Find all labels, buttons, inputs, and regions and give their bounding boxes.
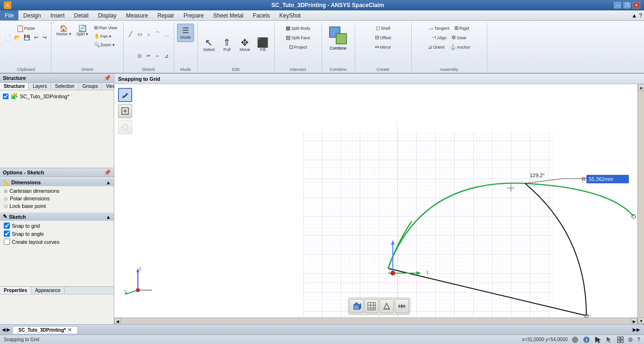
sketch-pt-button[interactable]: · [127,52,135,60]
sketch-section-header[interactable]: ✎ Sketch ▲ [0,213,114,221]
vp-tool-3[interactable] [118,120,132,134]
restore-button[interactable]: ❐ [623,2,631,9]
cursor-mode-icon[interactable] [594,336,602,344]
menu-repair[interactable]: Repair [153,10,178,20]
scroll-up-button[interactable]: ▲ [638,84,644,91]
menu-prepare[interactable]: Prepare [179,10,209,20]
status-help-icon[interactable]: ? [637,336,640,343]
snap-to-grid-checkbox[interactable] [4,223,10,229]
tab-add-icon[interactable]: ▶▶ [633,327,640,332]
mirror-button[interactable]: ⇔ Mirror [373,43,393,52]
save-button[interactable]: 💾 [23,34,31,42]
tab-appearance[interactable]: Appearance [31,287,65,294]
menu-measure[interactable]: Measure [121,10,153,20]
menu-file[interactable]: File [0,10,18,20]
sketch-more-button[interactable]: … [162,31,171,38]
help-icon[interactable]: ? [639,12,642,19]
redo-button[interactable]: ↪ [41,34,48,42]
zoom-button[interactable]: 🔍 Zoom ▾ [92,41,120,49]
sketch-arc-button[interactable]: ⌒ [153,30,162,39]
anchor-button[interactable]: ⚓ Anchor [448,43,473,52]
combine-button[interactable]: Combine [325,24,351,52]
menu-facets[interactable]: Facets [248,10,275,20]
tab-selection[interactable]: Selection [51,83,78,90]
measure-button[interactable] [395,299,409,313]
menu-detail[interactable]: Detail [69,10,93,20]
sketch-trim-button[interactable]: ✂ [144,52,153,60]
orient-asm-button[interactable]: ⊿ Orient [426,43,447,52]
offset-button[interactable]: ⊟ Offset [373,33,393,42]
split-body-button[interactable]: ▦ Split Body [284,24,313,33]
cross-section-button[interactable] [380,299,394,313]
menu-keyshot[interactable]: KeyShot [275,10,305,20]
pointer-icon[interactable] [605,336,613,344]
sketch-extend-button[interactable]: ↔ [153,52,162,60]
open-file-button[interactable]: 📂 [13,34,22,42]
tab-close-button[interactable]: ✕ [68,327,72,333]
tab-structure[interactable]: Structure [0,83,29,90]
gear-button[interactable]: ⚙ Gear [449,33,468,42]
tab-layers[interactable]: Layers [29,83,51,90]
create-layout-checkbox[interactable] [4,239,10,245]
move-button[interactable]: ✥ Move [237,36,254,53]
select-button[interactable]: ↖ Select [201,36,218,53]
ribbon-expand-icon[interactable]: ▲ [631,12,637,19]
tangent-button[interactable]: ⌓ Tangent [427,24,451,33]
sketch-circle-button[interactable]: ○ [144,31,153,38]
scroll-left-button[interactable]: ◀ [114,318,121,324]
snap-to-angle-item[interactable]: Snap to angle [2,230,112,238]
close-button[interactable]: ✕ [633,2,640,9]
fill-button[interactable]: ⬛ Fill [254,36,271,53]
undo-button[interactable]: ↩ [32,34,40,42]
pan-button[interactable]: ✋ Pan ▾ [92,32,120,40]
tab-nav-left-icon[interactable]: ◀ [2,327,6,332]
vertical-scrollbar[interactable]: ▲ ▼ [637,84,644,324]
pull-button[interactable]: ⇑ Pull [219,36,236,53]
tree-checkbox-root[interactable] [3,94,8,99]
project-button[interactable]: ⊡ Project [287,43,309,52]
tab-properties[interactable]: Properties [0,287,31,294]
new-file-button[interactable]: 📄 [4,34,12,42]
tab-nav-right-icon[interactable]: ▶ [7,327,10,332]
align-button[interactable]: ⊣ Align [430,33,449,42]
vp-tool-1[interactable] [118,88,132,102]
status-gear-icon[interactable]: ⚙ [628,336,633,343]
sketch-d2-button[interactable]: ⊿ [162,52,171,60]
scroll-right-button[interactable]: ▶ [631,318,637,324]
info-icon[interactable]: i [583,336,590,344]
mode-active-button[interactable]: ☰ Mode [177,24,195,42]
horizontal-scrollbar[interactable]: ◀ ▶ [114,318,637,324]
menu-sheetmetal[interactable]: Sheet Metal [209,10,248,20]
polar-dim-item[interactable]: ◎ Polar dimensions [2,195,112,202]
plan-view-button[interactable]: ⊞ Plan View [92,24,120,32]
snap-to-angle-checkbox[interactable] [4,231,10,237]
menu-display[interactable]: Display [93,10,121,20]
sketch-offset-button[interactable]: ⊙ [136,52,144,60]
sketch-rect-button[interactable]: ▭ [136,30,144,38]
dimensions-section-header[interactable]: 📐 Dimensions ▲ [0,178,114,186]
create-layout-item[interactable]: Create layout curves [2,238,112,246]
grid-display-button[interactable] [364,299,379,313]
options-pin-icon[interactable]: 📌 [104,169,111,176]
cartesian-dim-item[interactable]: ⊞ Cartesian dimensions [2,187,112,195]
shell-button[interactable]: ◻ Shell [374,24,392,33]
lock-base-item[interactable]: ⊡ Lock base point [2,202,112,210]
vp-tool-2[interactable] [118,104,132,118]
paste-button[interactable]: 📋 Paste [14,24,38,33]
tab-sc-tuto[interactable]: SC_Tuto_3DPrinting* ✕ [12,326,78,334]
rigid-button[interactable]: ⊞ Rigid [452,24,471,33]
minimize-button[interactable]: ─ [614,2,621,9]
tab-groups[interactable]: Groups [79,83,102,90]
tree-item-root[interactable]: 🧩 SC_Tuto_3DPrinting* [2,92,112,100]
view-cube-button[interactable] [349,299,364,313]
fit-view-icon[interactable] [617,336,624,344]
spin-button[interactable]: 🔄 Spin ▾ [74,24,91,38]
scroll-down-button[interactable]: ▼ [638,318,644,324]
sketch-line-button[interactable]: ╱ [127,30,135,38]
menu-design[interactable]: Design [18,10,45,20]
structure-pin-icon[interactable]: 📌 [104,75,111,81]
snap-to-grid-item[interactable]: Snap to grid [2,222,112,230]
home-button[interactable]: 🏠 Home ▾ [54,24,73,38]
menu-insert[interactable]: Insert [46,10,69,20]
split-face-button[interactable]: ▨ Split Face [284,33,312,42]
